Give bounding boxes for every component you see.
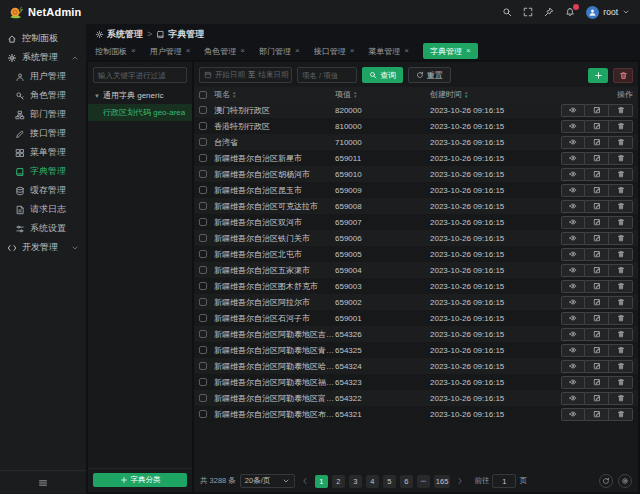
edit-button[interactable] bbox=[585, 200, 609, 213]
tab-close-icon[interactable]: × bbox=[350, 47, 355, 55]
page-number-button[interactable]: 3 bbox=[349, 475, 362, 488]
edit-button[interactable] bbox=[585, 376, 609, 389]
sidebar-submenu-item[interactable]: 缓存管理 bbox=[0, 181, 86, 200]
tab[interactable]: 菜单管理 × bbox=[368, 46, 409, 57]
view-button[interactable] bbox=[561, 312, 585, 325]
row-checkbox[interactable] bbox=[199, 138, 207, 146]
batch-delete-button[interactable] bbox=[613, 68, 633, 83]
edit-button[interactable] bbox=[585, 296, 609, 309]
tab-close-icon[interactable]: × bbox=[404, 47, 409, 55]
edit-button[interactable] bbox=[585, 360, 609, 373]
fullscreen-icon[interactable] bbox=[523, 7, 533, 17]
delete-button[interactable] bbox=[609, 392, 633, 405]
view-button[interactable] bbox=[561, 152, 585, 165]
view-button[interactable] bbox=[561, 280, 585, 293]
view-button[interactable] bbox=[561, 392, 585, 405]
search-icon[interactable] bbox=[502, 7, 512, 17]
delete-button[interactable] bbox=[609, 136, 633, 149]
tab[interactable]: 字典管理 × bbox=[423, 43, 478, 59]
row-checkbox[interactable] bbox=[199, 314, 207, 322]
delete-button[interactable] bbox=[609, 280, 633, 293]
tree-item-geo-area[interactable]: 行政区划代码 geo-area bbox=[88, 104, 192, 121]
edit-button[interactable] bbox=[585, 248, 609, 261]
page-number-button[interactable]: 1 bbox=[315, 475, 328, 488]
edit-button[interactable] bbox=[585, 104, 609, 117]
delete-button[interactable] bbox=[609, 184, 633, 197]
edit-button[interactable] bbox=[585, 392, 609, 405]
row-checkbox[interactable] bbox=[199, 346, 207, 354]
edit-button[interactable] bbox=[585, 184, 609, 197]
view-button[interactable] bbox=[561, 120, 585, 133]
delete-button[interactable] bbox=[609, 152, 633, 165]
view-button[interactable] bbox=[561, 328, 585, 341]
view-button[interactable] bbox=[561, 344, 585, 357]
edit-button[interactable] bbox=[585, 216, 609, 229]
tab[interactable]: 用户管理 × bbox=[150, 46, 191, 57]
page-size-select[interactable]: 20条/页 bbox=[240, 474, 295, 488]
row-checkbox[interactable] bbox=[199, 218, 207, 226]
reset-button[interactable]: 重置 bbox=[408, 67, 451, 83]
row-checkbox[interactable] bbox=[199, 298, 207, 306]
page-number-button[interactable]: ••• bbox=[417, 475, 430, 488]
sidebar-submenu-item[interactable]: 字典管理 bbox=[0, 162, 86, 181]
delete-button[interactable] bbox=[609, 168, 633, 181]
date-range-picker[interactable]: 开始日期 至 结束日期 bbox=[199, 67, 292, 83]
view-button[interactable] bbox=[561, 200, 585, 213]
row-checkbox[interactable] bbox=[199, 378, 207, 386]
tab-close-icon[interactable]: × bbox=[466, 47, 471, 55]
table-refresh-button[interactable] bbox=[599, 474, 613, 488]
sidebar-item-dev[interactable]: 开发管理 bbox=[0, 238, 86, 257]
row-checkbox[interactable] bbox=[199, 250, 207, 258]
sidebar-submenu-item[interactable]: 用户管理 bbox=[0, 67, 86, 86]
notification-bell-icon[interactable] bbox=[565, 7, 575, 17]
row-checkbox[interactable] bbox=[199, 106, 207, 114]
tab[interactable]: 接口管理 × bbox=[314, 46, 355, 57]
row-checkbox[interactable] bbox=[199, 330, 207, 338]
delete-button[interactable] bbox=[609, 408, 633, 421]
edit-button[interactable] bbox=[585, 408, 609, 421]
delete-button[interactable] bbox=[609, 264, 633, 277]
tab[interactable]: 控制面板 × bbox=[95, 46, 136, 57]
sidebar-submenu-item[interactable]: 部门管理 bbox=[0, 105, 86, 124]
column-header-name[interactable]: 项名 ▲▼ bbox=[214, 89, 335, 100]
sidebar-submenu-item[interactable]: 接口管理 bbox=[0, 124, 86, 143]
view-button[interactable] bbox=[561, 232, 585, 245]
pin-icon[interactable] bbox=[544, 7, 554, 17]
row-checkbox[interactable] bbox=[199, 170, 207, 178]
edit-button[interactable] bbox=[585, 168, 609, 181]
delete-button[interactable] bbox=[609, 376, 633, 389]
sidebar-submenu-item[interactable]: 菜单管理 bbox=[0, 143, 86, 162]
delete-button[interactable] bbox=[609, 328, 633, 341]
row-checkbox[interactable] bbox=[199, 282, 207, 290]
delete-button[interactable] bbox=[609, 120, 633, 133]
view-button[interactable] bbox=[561, 216, 585, 229]
delete-button[interactable] bbox=[609, 232, 633, 245]
next-page-button[interactable] bbox=[454, 477, 466, 485]
user-menu[interactable]: root bbox=[586, 6, 630, 19]
page-number-button[interactable]: 165 bbox=[434, 475, 451, 488]
view-button[interactable] bbox=[561, 104, 585, 117]
select-all-checkbox[interactable] bbox=[199, 91, 207, 99]
table-settings-button[interactable] bbox=[618, 474, 632, 488]
row-checkbox[interactable] bbox=[199, 202, 207, 210]
row-checkbox[interactable] bbox=[199, 154, 207, 162]
goto-page-input[interactable] bbox=[492, 474, 516, 488]
row-checkbox[interactable] bbox=[199, 394, 207, 402]
row-checkbox[interactable] bbox=[199, 234, 207, 242]
view-button[interactable] bbox=[561, 264, 585, 277]
delete-button[interactable] bbox=[609, 200, 633, 213]
delete-button[interactable] bbox=[609, 360, 633, 373]
edit-button[interactable] bbox=[585, 328, 609, 341]
tree-item-generic[interactable]: ▼ 通用字典 generic bbox=[88, 87, 192, 104]
app-logo[interactable]: NetAdmin bbox=[8, 6, 82, 19]
add-category-button[interactable]: 字典分类 bbox=[93, 473, 187, 487]
sidebar-item-dashboard[interactable]: 控制面板 bbox=[0, 29, 86, 48]
row-checkbox[interactable] bbox=[199, 122, 207, 130]
delete-button[interactable] bbox=[609, 104, 633, 117]
edit-button[interactable] bbox=[585, 312, 609, 325]
edit-button[interactable] bbox=[585, 280, 609, 293]
page-number-button[interactable]: 4 bbox=[366, 475, 379, 488]
search-button[interactable]: 查询 bbox=[362, 67, 403, 83]
tab-close-icon[interactable]: × bbox=[240, 47, 245, 55]
view-button[interactable] bbox=[561, 296, 585, 309]
